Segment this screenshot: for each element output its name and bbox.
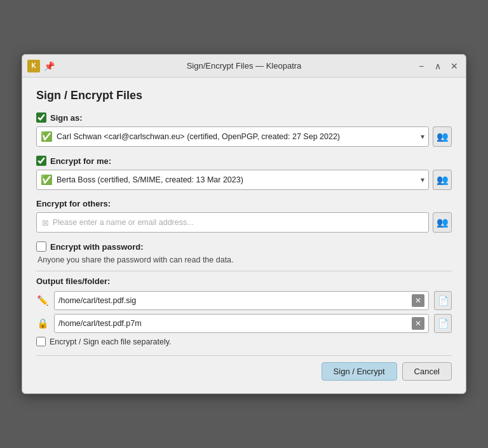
sign-as-checkbox[interactable]	[36, 112, 46, 123]
dialog-title: Sign / Encrypt Files	[36, 89, 452, 102]
browse-file-1-button[interactable]: 📄	[434, 291, 452, 310]
main-window: K 📌 Sign/Encrypt Files — Kleopatra − ∧ ✕…	[22, 54, 466, 394]
sign-as-check-icon: ✅	[41, 131, 53, 142]
encrypt-for-me-check-icon: ✅	[41, 174, 53, 186]
clear-file-1-button[interactable]: ✕	[412, 294, 424, 307]
minimize-button[interactable]: −	[415, 60, 428, 72]
pin-icon[interactable]: 📌	[44, 61, 55, 71]
sign-as-contact-button[interactable]: 👥	[433, 126, 452, 147]
file-input-wrapper-2: /home/carl/test.pdf.p7m ✕	[54, 314, 429, 333]
app-icon: K	[27, 60, 40, 72]
file-path-1: /home/carl/test.pdf.sig	[58, 296, 412, 305]
titlebar-controls: − ∧ ✕	[415, 60, 461, 72]
encrypt-for-others-section: Encrypt for others: ⊠ Please enter a nam…	[36, 199, 452, 233]
file-browse-icon-2: 📄	[438, 318, 449, 329]
output-files-section: Output files/folder: ✏️ /home/carl/test.…	[36, 276, 452, 346]
divider-2	[36, 355, 452, 356]
sign-as-dropdown-row: ✅ Carl Schwan <carl@carlschwan.eu> (cert…	[36, 126, 452, 147]
divider-1	[36, 271, 452, 271]
sign-as-value: Carl Schwan <carl@carlschwan.eu> (certif…	[57, 132, 417, 141]
encrypt-for-me-dropdown[interactable]: ✅ Berta Boss (certified, S/MIME, created…	[36, 170, 429, 190]
maximize-button[interactable]: ∧	[431, 60, 444, 72]
separate-checkbox-row: Encrypt / Sign each file separately.	[36, 337, 452, 346]
search-icon: ⊠	[42, 218, 49, 227]
encrypt-with-password-label: Encrypt with password:	[50, 242, 144, 252]
encrypt-with-password-checkbox[interactable]	[36, 241, 46, 252]
dialog-content: Sign / Encrypt Files Sign as: ✅ Carl Sch…	[22, 78, 466, 393]
password-hint: Anyone you share the password with can r…	[37, 255, 452, 264]
clear-file-2-button[interactable]: ✕	[412, 317, 424, 330]
separate-files-checkbox[interactable]	[36, 337, 46, 346]
encrypt-with-password-checkbox-label[interactable]: Encrypt with password:	[36, 241, 452, 252]
browse-file-2-button[interactable]: 📄	[434, 314, 452, 333]
cancel-button[interactable]: Cancel	[402, 362, 452, 381]
file-input-wrapper-1: /home/carl/test.pdf.sig ✕	[54, 291, 429, 310]
sign-as-dropdown[interactable]: ✅ Carl Schwan <carl@carlschwan.eu> (cert…	[36, 126, 429, 147]
encrypt-for-me-dropdown-row: ✅ Berta Boss (certified, S/MIME, created…	[36, 170, 452, 190]
titlebar: K 📌 Sign/Encrypt Files — Kleopatra − ∧ ✕	[22, 55, 466, 78]
contacts-icon-3: 👥	[437, 217, 449, 228]
pencil-icon: ✏️	[36, 295, 49, 306]
encrypt-for-me-value: Berta Boss (certified, S/MIME, created: …	[57, 175, 417, 184]
encrypt-for-others-input-wrapper[interactable]: ⊠ Please enter a name or email address..…	[36, 212, 429, 233]
separate-files-label: Encrypt / Sign each file separately.	[50, 337, 172, 346]
encrypt-for-others-placeholder: Please enter a name or email address...	[53, 218, 194, 227]
sign-as-label: Sign as:	[50, 113, 83, 123]
encrypt-for-others-label: Encrypt for others:	[36, 199, 452, 208]
encrypt-for-others-input-row: ⊠ Please enter a name or email address..…	[36, 212, 452, 233]
file-row-2: 🔒 /home/carl/test.pdf.p7m ✕ 📄	[36, 314, 452, 333]
file-path-2: /home/carl/test.pdf.p7m	[58, 319, 412, 328]
window-title: Sign/Encrypt Files — Kleopatra	[187, 61, 302, 71]
encrypt-for-me-checkbox[interactable]	[36, 156, 46, 166]
sign-encrypt-button[interactable]: Sign / Encrypt	[322, 362, 397, 381]
encrypt-for-me-arrow-icon: ▾	[421, 175, 424, 184]
encrypt-for-me-checkbox-label[interactable]: Encrypt for me:	[36, 156, 452, 166]
file-row-1: ✏️ /home/carl/test.pdf.sig ✕ 📄	[36, 291, 452, 310]
encrypt-for-me-label: Encrypt for me:	[50, 156, 111, 166]
sign-as-arrow-icon: ▾	[421, 132, 424, 141]
encrypt-for-others-contact-button[interactable]: 👥	[433, 212, 452, 233]
encrypt-for-me-section: Encrypt for me: ✅ Berta Boss (certified,…	[36, 156, 452, 190]
encrypt-with-password-section: Encrypt with password: Anyone you share …	[36, 241, 452, 264]
sign-as-checkbox-label[interactable]: Sign as:	[36, 112, 452, 123]
contacts-icon: 👥	[437, 131, 449, 142]
button-row: Sign / Encrypt Cancel	[36, 362, 452, 384]
file-browse-icon-1: 📄	[438, 295, 449, 306]
contacts-icon-2: 👥	[437, 174, 449, 186]
sign-as-section: Sign as: ✅ Carl Schwan <carl@carlschwan.…	[36, 112, 452, 147]
encrypt-for-me-contact-button[interactable]: 👥	[433, 170, 452, 190]
lock-icon: 🔒	[36, 318, 49, 329]
titlebar-left-icons: K 📌	[27, 60, 55, 72]
output-files-label: Output files/folder:	[36, 276, 452, 286]
close-button[interactable]: ✕	[448, 60, 461, 72]
